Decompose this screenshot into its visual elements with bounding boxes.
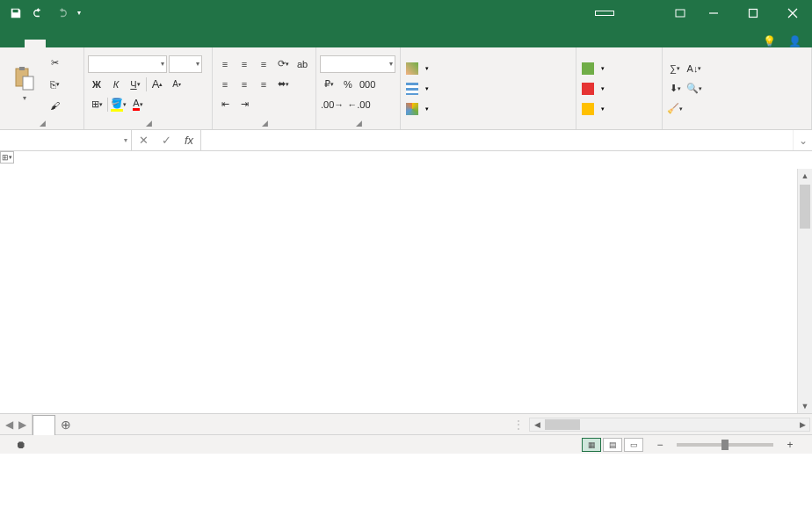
align-bottom-icon[interactable]: ≡ xyxy=(255,55,272,73)
underline-button[interactable]: Ч▾ xyxy=(127,76,144,93)
zoom-out-icon[interactable]: − xyxy=(654,439,666,451)
expand-formula-bar-icon[interactable]: ⌄ xyxy=(793,130,812,150)
dialog-launcher-icon[interactable]: ◢ xyxy=(40,119,46,127)
vertical-scrollbar[interactable]: ▲ ▼ xyxy=(797,169,812,413)
insert-cells-icon xyxy=(582,62,594,75)
tell-me[interactable]: 💡 xyxy=(763,35,779,47)
sheet-nav[interactable]: ◀▶ xyxy=(0,414,33,434)
sort-filter-icon[interactable]: A↓▾ xyxy=(685,60,703,77)
insert-cells-button[interactable]: ▾ xyxy=(580,60,606,77)
cancel-formula-icon[interactable]: ✕ xyxy=(132,134,155,147)
font-name-combo[interactable]: ▾ xyxy=(88,55,167,73)
merge-icon[interactable]: ⬌▾ xyxy=(274,76,292,93)
nav-prev-icon[interactable]: ◀ xyxy=(5,418,13,431)
scroll-right-icon[interactable]: ▶ xyxy=(795,418,809,431)
comma-icon[interactable]: 000 xyxy=(359,76,376,93)
autosum-icon[interactable]: ∑▾ xyxy=(666,60,684,77)
format-as-table-button[interactable]: ▾ xyxy=(404,80,431,98)
fill-color-icon[interactable]: 🪣▾ xyxy=(110,96,127,113)
align-right-icon[interactable]: ≡ xyxy=(255,76,272,93)
conditional-formatting-button[interactable]: ▾ xyxy=(404,60,431,77)
tab-formulas[interactable] xyxy=(88,40,109,47)
font-color-icon[interactable]: A▾ xyxy=(129,96,147,113)
grow-font-icon[interactable]: A▴ xyxy=(149,76,166,93)
save-icon[interactable] xyxy=(5,3,26,24)
scroll-thumb[interactable] xyxy=(545,419,580,430)
macro-record-icon[interactable]: ⏺ xyxy=(16,439,26,451)
scroll-thumb[interactable] xyxy=(800,185,810,229)
scroll-down-icon[interactable]: ▼ xyxy=(798,399,812,413)
grid-scroll[interactable]: ⊞▾ ▲ ▼ xyxy=(0,151,812,413)
decrease-indent-icon[interactable]: ⇤ xyxy=(216,96,234,113)
undo-icon[interactable] xyxy=(28,3,49,24)
tab-review[interactable] xyxy=(130,40,151,47)
autofill-options-icon[interactable]: ⊞▾ xyxy=(0,151,14,164)
close-icon[interactable] xyxy=(772,0,812,25)
shrink-font-icon[interactable]: A▾ xyxy=(168,76,185,93)
bold-button[interactable]: Ж xyxy=(88,76,105,93)
sheet-bar-splitter[interactable]: ⋮ xyxy=(513,418,524,431)
minimize-icon[interactable] xyxy=(693,0,733,25)
align-left-icon[interactable]: ≡ xyxy=(216,76,234,93)
find-select-icon[interactable]: 🔍▾ xyxy=(685,80,703,98)
cell-styles-button[interactable]: ▾ xyxy=(404,100,431,118)
zoom-thumb[interactable] xyxy=(721,440,729,450)
maximize-icon[interactable] xyxy=(733,0,772,25)
view-normal-icon[interactable]: ▦ xyxy=(582,438,601,452)
clear-icon[interactable]: 🧹▾ xyxy=(666,100,684,118)
tab-help[interactable] xyxy=(172,40,193,47)
tab-view[interactable] xyxy=(151,40,172,47)
wrap-text-icon[interactable]: ab xyxy=(294,55,311,73)
confirm-formula-icon[interactable]: ✓ xyxy=(155,134,178,147)
tab-insert[interactable] xyxy=(46,40,67,47)
format-painter-icon[interactable]: 🖌 xyxy=(46,97,63,114)
dialog-launcher-icon[interactable]: ◢ xyxy=(356,119,362,127)
paste-button[interactable]: ▾ xyxy=(4,55,46,113)
share-button[interactable]: 👤 xyxy=(788,35,805,47)
copy-icon[interactable]: ⎘▾ xyxy=(46,76,63,93)
italic-button[interactable]: К xyxy=(107,76,125,93)
qat-customize-icon[interactable]: ▾ xyxy=(74,3,84,24)
increase-indent-icon[interactable]: ⇥ xyxy=(236,96,253,113)
dialog-launcher-icon[interactable]: ◢ xyxy=(146,119,152,127)
format-cells-button[interactable]: ▾ xyxy=(580,100,606,118)
align-center-icon[interactable]: ≡ xyxy=(236,76,253,93)
tab-pagelayout[interactable] xyxy=(67,40,88,47)
group-cells: ▾ ▾ ▾ xyxy=(576,47,663,129)
fx-icon[interactable]: fx xyxy=(178,134,200,147)
formula-input[interactable] xyxy=(201,130,793,150)
grid-area: ⊞▾ ▲ ▼ ◀▶ ⊕ ⋮ ◀ ▶ xyxy=(0,151,812,434)
tab-home[interactable] xyxy=(25,40,46,47)
view-page-layout-icon[interactable]: ▤ xyxy=(603,438,622,452)
dialog-launcher-icon[interactable]: ◢ xyxy=(262,119,268,127)
fill-icon[interactable]: ⬇▾ xyxy=(666,80,684,98)
redo-icon[interactable] xyxy=(51,3,72,24)
tab-data[interactable] xyxy=(109,40,130,47)
increase-decimal-icon[interactable]: .00→ xyxy=(320,96,344,113)
group-styles: ▾ ▾ ▾ xyxy=(401,47,576,129)
font-size-combo[interactable]: ▾ xyxy=(169,55,202,73)
sheet-tab[interactable] xyxy=(33,415,55,435)
orientation-icon[interactable]: ⟳▾ xyxy=(274,55,292,73)
accounting-format-icon[interactable]: ₽▾ xyxy=(320,76,337,93)
number-format-combo[interactable]: ▾ xyxy=(320,55,395,73)
view-page-break-icon[interactable]: ▭ xyxy=(624,438,643,452)
zoom-in-icon[interactable]: + xyxy=(784,439,796,451)
tab-file[interactable] xyxy=(4,40,25,47)
new-sheet-icon[interactable]: ⊕ xyxy=(55,414,76,434)
cut-icon[interactable]: ✂ xyxy=(46,55,63,72)
nav-next-icon[interactable]: ▶ xyxy=(18,418,26,431)
scroll-up-icon[interactable]: ▲ xyxy=(798,169,812,183)
delete-cells-button[interactable]: ▾ xyxy=(580,80,606,98)
name-box[interactable]: ▾ xyxy=(0,130,132,150)
borders-icon[interactable]: ⊞▾ xyxy=(88,96,105,113)
percent-icon[interactable]: % xyxy=(339,76,357,93)
login-button[interactable] xyxy=(595,11,614,16)
align-middle-icon[interactable]: ≡ xyxy=(236,55,253,73)
zoom-slider[interactable] xyxy=(677,443,773,447)
align-top-icon[interactable]: ≡ xyxy=(216,55,234,73)
horizontal-scrollbar[interactable]: ◀ ▶ xyxy=(529,418,810,432)
decrease-decimal-icon[interactable]: ←.00 xyxy=(346,96,371,113)
ribbon-display-icon[interactable] xyxy=(667,0,693,25)
scroll-left-icon[interactable]: ◀ xyxy=(530,418,544,431)
